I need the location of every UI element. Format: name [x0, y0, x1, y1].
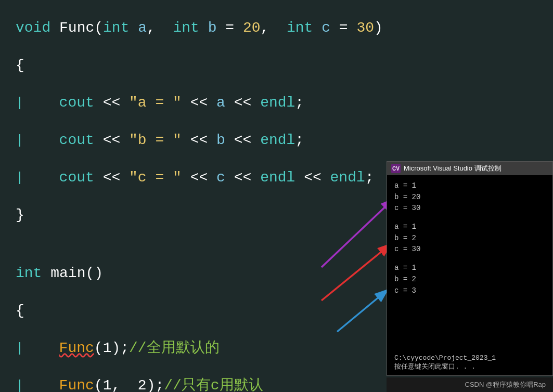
indent-space-2 — [28, 122, 59, 159]
console-line-a3: a = 1 — [394, 263, 545, 274]
paren-close: ) — [374, 9, 383, 47]
keyword-cout-2: cout — [59, 122, 94, 159]
console-group-2: a = 1 b = 2 c = 30 — [394, 221, 545, 255]
console-prompt: 按任意键关闭此窗口. . . — [394, 362, 545, 371]
op-shift-7: << — [94, 159, 129, 197]
eq-op-1: = — [225, 9, 243, 47]
func-name-func: Func — [50, 9, 94, 47]
paren-open: ( — [94, 9, 103, 47]
console-line-b3: b = 2 — [394, 274, 545, 285]
op-shift-6: << — [225, 122, 260, 159]
paren-main: () — [85, 255, 103, 292]
op-shift-5: << — [182, 122, 216, 159]
num-20: 20 — [243, 9, 261, 47]
num-30: 30 — [356, 9, 374, 47]
indent-bar-5: | — [16, 367, 24, 392]
indent-bar-4: | — [16, 330, 24, 367]
comment-2: //只有c用默认 — [164, 367, 263, 392]
code-line-2: { — [16, 47, 537, 84]
var-a-1: a — [216, 84, 225, 122]
keyword-int-main: int — [16, 255, 42, 292]
var-b-1: b — [216, 122, 225, 159]
func-call-1: Func — [59, 330, 94, 367]
comma-2: , — [261, 9, 287, 47]
csdn-text: CSDN @程序猿教你唱Rap — [465, 381, 546, 388]
str-a: "a = " — [129, 84, 182, 122]
console-group-3: a = 1 b = 2 c = 3 — [394, 263, 545, 296]
keyword-cout-1: cout — [59, 84, 94, 122]
console-line-a1: a = 1 — [394, 180, 545, 192]
code-line-3: | cout << "a = " << a << endl ; — [16, 84, 537, 122]
keyword-int-1: int — [103, 9, 129, 47]
call-args-1: (1); — [94, 330, 129, 367]
str-c: "c = " — [129, 159, 182, 197]
indent-space-1 — [28, 84, 59, 122]
endl-4: endl — [330, 159, 365, 197]
indent-space-4 — [28, 330, 59, 367]
console-window: CV Microsoft Visual Studio 调试控制 a = 1 b … — [387, 161, 553, 376]
endl-3: endl — [260, 159, 295, 197]
console-line-b2: b = 2 — [394, 233, 545, 244]
indent-space-3 — [28, 159, 59, 197]
param-a: a — [129, 9, 147, 47]
console-group-1: a = 1 b = 20 c = 30 — [394, 180, 545, 214]
open-brace-func: { — [16, 47, 24, 84]
op-shift-8: << — [182, 159, 216, 197]
semi-1: ; — [295, 84, 304, 122]
op-shift-10: << — [295, 159, 330, 197]
keyword-cout-3: cout — [59, 159, 94, 197]
console-footer: C:\cyycode\Project_2023_1 按任意键关闭此窗口. . . — [387, 352, 552, 375]
op-shift-1: << — [94, 84, 129, 122]
indent-space-5 — [28, 367, 59, 392]
open-brace-main: { — [16, 292, 24, 330]
comma-1: , — [147, 9, 173, 47]
op-shift-4: << — [94, 122, 129, 159]
keyword-void: void — [16, 9, 50, 47]
indent-bar-3: | — [16, 159, 24, 197]
console-titlebar: CV Microsoft Visual Studio 调试控制 — [387, 162, 552, 175]
semi-2: ; — [295, 122, 304, 159]
console-line-a2: a = 1 — [394, 221, 545, 233]
indent-bar-1: | — [16, 84, 24, 122]
console-line-c2: c = 30 — [394, 244, 545, 255]
var-c-1: c — [216, 159, 225, 197]
str-b: "b = " — [129, 122, 182, 159]
console-path: C:\cyycode\Project_2023_1 — [394, 354, 545, 362]
endl-2: endl — [260, 122, 295, 159]
param-b: b — [199, 9, 225, 47]
vs-icon: CV — [391, 164, 401, 173]
func-name-main: main — [42, 255, 85, 292]
code-line-1: void Func ( int a , int b = 20 , int c =… — [16, 9, 537, 47]
csdn-attribution: CSDN @程序猿教你唱Rap — [387, 377, 553, 392]
op-shift-3: << — [225, 84, 260, 122]
code-line-4: | cout << "b = " << b << endl ; — [16, 122, 537, 159]
op-shift-2: << — [182, 84, 216, 122]
keyword-int-2: int — [173, 9, 199, 47]
console-line-c1: c = 30 — [394, 203, 545, 214]
endl-1: endl — [260, 84, 295, 122]
comment-1: //全用默认的 — [129, 330, 220, 367]
func-call-2: Func — [59, 367, 94, 392]
console-line-c3: c = 3 — [394, 285, 545, 297]
call-args-2: (1, 2); — [94, 367, 164, 392]
close-brace-func: } — [16, 197, 24, 234]
indent-bar-2: | — [16, 122, 24, 159]
op-shift-9: << — [225, 159, 260, 197]
console-line-b1: b = 20 — [394, 192, 545, 203]
keyword-int-3: int — [287, 9, 313, 47]
console-title: Microsoft Visual Studio 调试控制 — [404, 164, 501, 173]
param-c: c — [313, 9, 339, 47]
eq-op-2: = — [339, 9, 357, 47]
semi-3: ; — [365, 159, 374, 197]
console-body: a = 1 b = 20 c = 30 a = 1 b = 2 c = 30 a… — [387, 175, 552, 352]
